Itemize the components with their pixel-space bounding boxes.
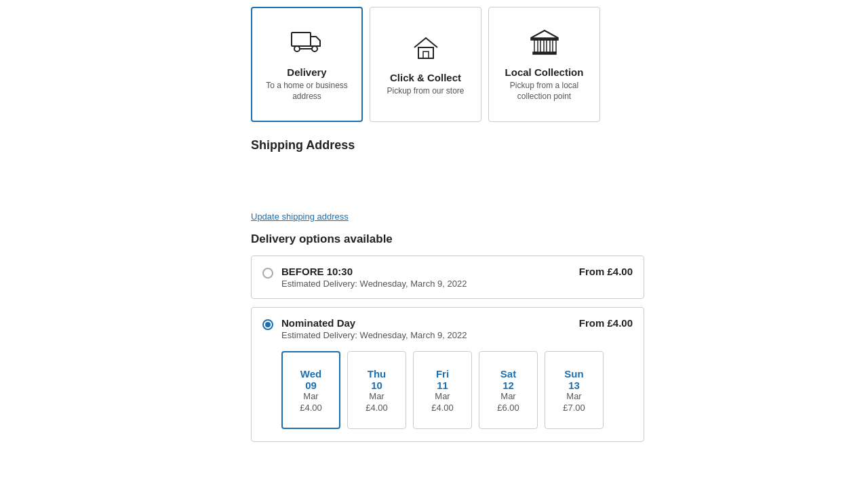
- day-month-sat: Mar: [500, 391, 515, 401]
- day-card-thu[interactable]: Thu 10 Mar £4.00: [347, 351, 406, 429]
- day-num-sat: 12: [502, 380, 514, 391]
- day-num-wed: 09: [305, 380, 317, 391]
- radio-before-1030[interactable]: [262, 268, 273, 279]
- day-name-wed: Wed: [300, 368, 321, 380]
- day-name-sun: Sun: [564, 368, 583, 380]
- svg-rect-9: [540, 40, 544, 52]
- delivery-card-local-collection[interactable]: Local Collection Pickup from a local col…: [488, 7, 600, 122]
- option-card-nominated-day[interactable]: Nominated Day Estimated Delivery: Wednes…: [251, 307, 644, 442]
- update-shipping-address-link[interactable]: Update shipping address: [251, 211, 349, 222]
- bank-icon: [528, 27, 561, 61]
- day-price-sat: £6.00: [497, 403, 519, 413]
- day-price-wed: £4.00: [300, 403, 322, 413]
- day-month-fri: Mar: [435, 391, 450, 401]
- svg-rect-11: [553, 40, 556, 52]
- day-name-sat: Sat: [500, 368, 516, 380]
- option-price-before-1030: From £4.00: [579, 266, 633, 277]
- day-num-thu: 10: [371, 380, 382, 391]
- option-name-before-1030: BEFORE 10:30: [281, 266, 571, 277]
- day-month-thu: Mar: [369, 391, 384, 401]
- svg-rect-8: [534, 40, 538, 52]
- svg-rect-0: [292, 33, 311, 46]
- shipping-address-title: Shipping Address: [251, 138, 644, 152]
- day-num-sun: 13: [568, 380, 580, 391]
- option-info-before-1030: BEFORE 10:30 Estimated Delivery: Wednesd…: [281, 266, 571, 289]
- svg-point-1: [294, 46, 300, 52]
- svg-rect-4: [418, 47, 433, 58]
- option-price-nominated-day: From £4.00: [579, 317, 633, 329]
- day-month-sun: Mar: [566, 391, 581, 401]
- local-collection-card-subtitle: Pickup from a local collection point: [496, 81, 593, 102]
- day-card-sat[interactable]: Sat 12 Mar £6.00: [479, 351, 538, 429]
- day-price-thu: £4.00: [366, 403, 388, 413]
- day-card-sun[interactable]: Sun 13 Mar £7.00: [545, 351, 604, 429]
- click-collect-card-title: Click & Collect: [390, 72, 461, 83]
- delivery-card-title: Delivery: [287, 66, 326, 78]
- click-collect-card-subtitle: Pickup from our store: [387, 86, 464, 97]
- svg-rect-5: [423, 52, 429, 58]
- delivery-card-delivery[interactable]: Delivery To a home or business address: [251, 7, 363, 122]
- day-price-fri: £4.00: [431, 403, 454, 413]
- home-icon: [409, 33, 443, 66]
- truck-icon: [290, 27, 324, 61]
- day-name-thu: Thu: [368, 368, 387, 380]
- shipping-address-placeholder: [251, 163, 644, 211]
- option-estimate-before-1030: Estimated Delivery: Wednesday, March 9, …: [281, 279, 571, 289]
- svg-point-2: [312, 46, 317, 52]
- option-card-before-1030[interactable]: BEFORE 10:30 Estimated Delivery: Wednesd…: [251, 256, 644, 299]
- day-price-sun: £7.00: [563, 403, 585, 413]
- option-info-nominated-day: Nominated Day Estimated Delivery: Wednes…: [281, 317, 633, 429]
- local-collection-card-title: Local Collection: [505, 66, 584, 78]
- delivery-card-subtitle: To a home or business address: [259, 81, 355, 102]
- radio-nominated-day[interactable]: [262, 319, 273, 330]
- day-selector: Wed 09 Mar £4.00 Thu 10 Mar £4.00 Fri: [281, 351, 633, 429]
- svg-rect-10: [547, 40, 550, 52]
- delivery-type-row: Delivery To a home or business address C…: [251, 7, 644, 122]
- delivery-options-title: Delivery options available: [251, 232, 644, 246]
- day-card-wed[interactable]: Wed 09 Mar £4.00: [281, 351, 340, 429]
- page-container: Delivery To a home or business address C…: [0, 0, 868, 488]
- option-name-nominated-day: Nominated Day: [281, 317, 467, 329]
- day-card-fri[interactable]: Fri 11 Mar £4.00: [413, 351, 472, 429]
- delivery-card-click-collect[interactable]: Click & Collect Pickup from our store: [370, 7, 481, 122]
- main-content: Delivery To a home or business address C…: [251, 7, 644, 481]
- day-name-fri: Fri: [436, 368, 449, 380]
- day-num-fri: 11: [437, 380, 448, 391]
- option-estimate-nominated-day: Estimated Delivery: Wednesday, March 9, …: [281, 330, 467, 340]
- day-month-wed: Mar: [303, 391, 318, 401]
